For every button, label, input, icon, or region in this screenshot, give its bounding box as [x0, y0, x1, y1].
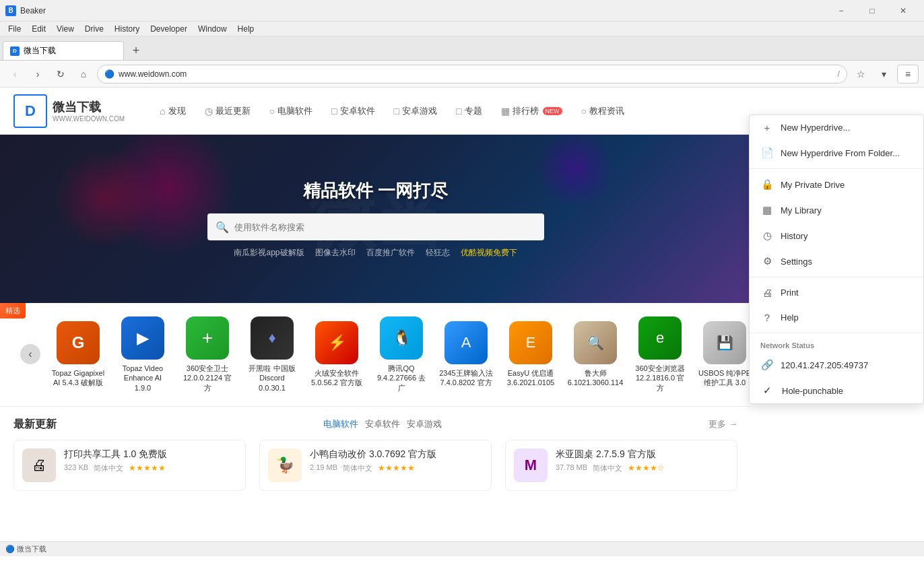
menu-history[interactable]: History: [109, 23, 145, 35]
app-item-usb[interactable]: 💾 USBOS 纯净PE维护工具 3.0: [698, 321, 751, 388]
menu-window[interactable]: Window: [193, 23, 232, 35]
menu-file[interactable]: File: [3, 23, 26, 35]
update-card-1[interactable]: 🦆 小鸭自动改价 3.0.7692 官方版 2.19 MB 简体中文 ★★★★★: [259, 440, 492, 491]
menu-edit[interactable]: Edit: [26, 23, 51, 35]
nav-pc-software[interactable]: ○电脑软件: [261, 101, 321, 121]
update-lang-1: 简体中文: [343, 463, 372, 473]
update-meta-2: 37.78 MB 简体中文 ★★★★☆: [556, 463, 729, 473]
url-bar[interactable]: 🔵 www.weidown.com /: [97, 65, 847, 83]
app-icon-lu: 🔍: [574, 321, 617, 364]
app-item-360b[interactable]: e 360安全浏览器12.2.1816.0 官方: [633, 316, 687, 393]
tab-weidown[interactable]: D 微当下载: [3, 41, 124, 60]
app-item-fire[interactable]: ⚡ 火绒安全软件5.0.56.2 官方版: [310, 321, 364, 388]
updates-grid: 🖨 打印共享工具 1.0 免费版 323 KB 简体中文 ★★★★★ 🦆 小鸭自…: [13, 440, 737, 491]
nav-rankings[interactable]: ▦排行榜 NEW: [493, 101, 570, 121]
dropdown-private-drive[interactable]: 🔒 My Private Drive: [750, 172, 923, 197]
dropdown-settings[interactable]: ⚙ Settings: [750, 248, 923, 274]
tab-pc-software[interactable]: 电脑软件: [323, 418, 358, 430]
network-ip-icon: 🔗: [760, 359, 774, 371]
featured-badge: 精选: [0, 303, 26, 318]
bookmark-button[interactable]: ☆: [851, 65, 870, 83]
window-controls: − □ ✕: [826, 0, 919, 22]
tab-android-games[interactable]: 安卓游戏: [407, 418, 442, 430]
update-info-2: 米亚圆桌 2.7.5.9 官方版 37.78 MB 简体中文 ★★★★☆: [556, 448, 729, 473]
update-lang-2: 简体中文: [593, 463, 622, 473]
hero-link-3[interactable]: 百度推广软件: [366, 247, 415, 259]
reload-button[interactable]: ↻: [51, 65, 70, 83]
section-more-link[interactable]: 更多 →: [708, 418, 737, 430]
recent-nav-icon: ◷: [205, 106, 213, 116]
nav-recent[interactable]: ◷最近更新: [197, 101, 259, 121]
dropdown-print-label: Print: [781, 288, 799, 298]
update-card-2[interactable]: M 米亚圆桌 2.7.5.9 官方版 37.78 MB 简体中文 ★★★★☆: [505, 440, 737, 491]
hero-link-1[interactable]: 南瓜影视app破解版: [234, 247, 304, 259]
navbar: ‹ › ↻ ⌂ 🔵 www.weidown.com / ☆ ▾ ≡: [0, 61, 924, 88]
forward-button[interactable]: ›: [28, 65, 47, 83]
dropdown-help[interactable]: ? Help: [750, 305, 923, 330]
android-games-icon: □: [394, 106, 399, 116]
nav-topics[interactable]: □专题: [448, 101, 490, 121]
hero-search-icon: 🔍: [216, 221, 229, 234]
nav-android-software[interactable]: □安卓软件: [323, 101, 383, 121]
hero-link-2[interactable]: 图像去水印: [315, 247, 356, 259]
new-tab-button[interactable]: +: [127, 41, 145, 60]
app-item-qq[interactable]: 🐧 腾讯QQ9.4.2.27666 去广: [374, 316, 428, 393]
status-icon: 🔵: [5, 545, 15, 553]
app-item-topaz-v[interactable]: ▶ Topaz VideoEnhance AI 1.9.0: [116, 316, 170, 393]
menu-developer[interactable]: Developer: [145, 23, 193, 35]
home-button[interactable]: ⌂: [74, 65, 93, 83]
section-header: 最新更新 电脑软件 安卓软件 安卓游戏 更多 →: [13, 417, 737, 432]
dropdown-print[interactable]: 🖨 Print: [750, 280, 923, 305]
dropdown-new-hyperdrive[interactable]: + New Hyperdrive...: [750, 115, 923, 140]
hero-link-4[interactable]: 轻狂志: [426, 247, 450, 259]
dropdown-my-library-label: My Library: [781, 205, 822, 215]
topics-icon: □: [456, 106, 461, 116]
app-icon-usb: 💾: [703, 321, 746, 364]
close-button[interactable]: ✕: [888, 0, 919, 22]
app-name-2345: 2345王牌输入法7.4.0.8202 官方: [439, 368, 492, 388]
app-item-360[interactable]: + 360安全卫士12.0.0.2124 官方: [180, 316, 234, 393]
dropdown-divider-3: [750, 333, 923, 333]
tab-android-software[interactable]: 安卓软件: [365, 418, 400, 430]
menu-view[interactable]: View: [51, 23, 79, 35]
app-item-2345[interactable]: A 2345王牌输入法7.4.0.8202 官方: [439, 321, 493, 388]
back-button[interactable]: ‹: [5, 65, 24, 83]
hero-link-5[interactable]: 优酷视频免费下: [461, 247, 517, 259]
update-meta-0: 323 KB 简体中文 ★★★★★: [64, 463, 237, 473]
section-title: 最新更新: [13, 417, 57, 432]
app-item-easyu[interactable]: E EasyU 优启通3.6.2021.0105: [504, 321, 558, 388]
dropdown-my-library[interactable]: ▦ My Library: [750, 197, 923, 223]
website-content: D 微当下载 WWW.WEIDOWN.COM ⌂发现 ◷最近更新 ○电脑软件 □…: [0, 88, 751, 556]
menu-button[interactable]: ≡: [897, 65, 919, 83]
logo-text: 微当下载 WWW.WEIDOWN.COM: [53, 99, 125, 123]
menu-help[interactable]: Help: [232, 23, 260, 35]
update-card-0[interactable]: 🖨 打印共享工具 1.0 免费版 323 KB 简体中文 ★★★★★: [13, 440, 246, 491]
dropdown-history[interactable]: ◷ History: [750, 223, 923, 248]
dropdown-new-hyperdrive-folder[interactable]: 📄 New Hyperdrive From Folder...: [750, 140, 923, 166]
checkmark-icon: ✓: [760, 384, 774, 397]
app-item-discord[interactable]: ♦ 开黑啦 中国版Discord 0.0.30.1: [245, 316, 299, 393]
update-meta-1: 2.19 MB 简体中文 ★★★★★: [310, 463, 483, 473]
site-header: D 微当下载 WWW.WEIDOWN.COM ⌂发现 ◷最近更新 ○电脑软件 □…: [0, 88, 751, 135]
hero-search-box[interactable]: 🔍: [207, 213, 544, 240]
app-item-lu[interactable]: 🔍 鲁大师6.1021.3060.114: [568, 321, 622, 388]
hero-search-input[interactable]: [234, 222, 536, 232]
menu-drive[interactable]: Drive: [79, 23, 109, 35]
app-name-qq: 腾讯QQ9.4.2.27666 去广: [374, 364, 428, 393]
nav-discover[interactable]: ⌂发现: [152, 101, 193, 121]
dropdown-hole-punchable-label: Hole-punchable: [782, 386, 843, 396]
dropdown-network-ip-label: 120.41.247.205:49737: [781, 360, 868, 370]
dropdown-divider-2: [750, 277, 923, 277]
maximize-button[interactable]: □: [857, 0, 888, 22]
app-item-topaz-g[interactable]: G Topaz GigapixelAI 5.4.3 破解版: [51, 321, 105, 388]
history-dropdown-button[interactable]: ▾: [874, 65, 893, 83]
nav-tutorials[interactable]: ○教程资讯: [573, 101, 632, 121]
statusbar-text: 微当下载: [17, 544, 46, 554]
minimize-button[interactable]: −: [826, 0, 857, 22]
nav-android-games[interactable]: □安卓游戏: [386, 101, 445, 121]
site-logo: D 微当下载 WWW.WEIDOWN.COM: [13, 94, 125, 128]
app-icon-360b: e: [638, 316, 682, 360]
url-text: www.weidown.com: [119, 69, 833, 79]
new-hyperdrive-folder-icon: 📄: [760, 147, 774, 159]
carousel-prev-button[interactable]: ‹: [20, 344, 40, 364]
